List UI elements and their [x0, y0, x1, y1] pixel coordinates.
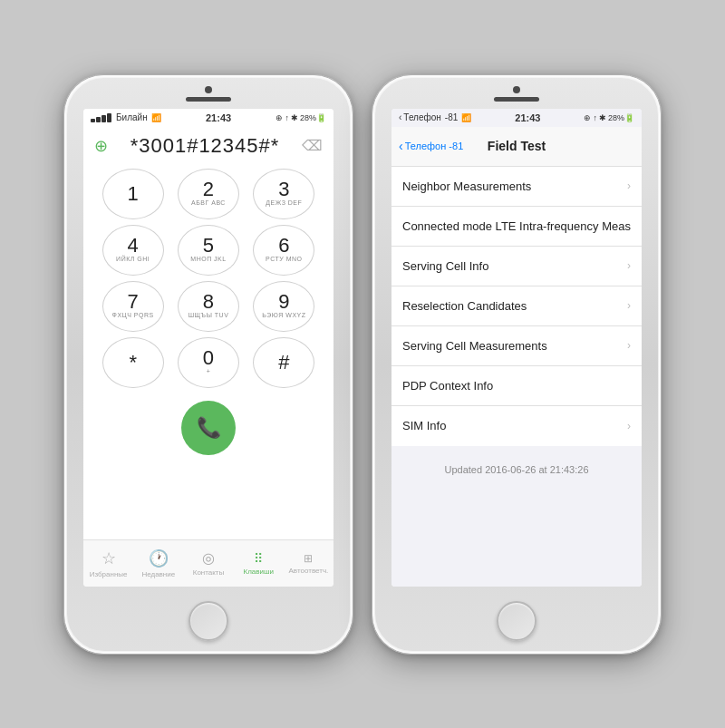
iphone-fieldtest: ‹ Телефон -81 📶 21:43 ⊕ ↑ ✱ 28%🔋 ‹ Телеф… [372, 74, 662, 655]
list-row-connected[interactable]: Connected mode LTE Intra-frequency Meas [392, 207, 642, 247]
tab-bar: ☆ Избранные 🕐 Недавние ◎ Контакты ⠿ Клав… [83, 539, 334, 587]
tab-favorites[interactable]: ☆ Избранные [83, 548, 133, 578]
key-2[interactable]: 2 АБВГ АВС [178, 169, 239, 219]
signal-bars [91, 113, 111, 122]
tab-favorites-label: Избранные [90, 570, 128, 578]
dialer-time: 21:43 [206, 112, 231, 123]
key-7-num: 7 [128, 292, 139, 312]
chevron-icon-2: › [627, 259, 631, 272]
call-button[interactable]: 📞 [181, 401, 236, 455]
nav-back-button[interactable]: ‹ Телефон -81 [399, 139, 463, 153]
key-7-letters: ФХЦЧ PQRS [112, 312, 154, 319]
key-5-num: 5 [203, 236, 214, 256]
key-3[interactable]: 3 ДЕЖЗ DEF [253, 169, 314, 219]
add-contact-icon[interactable]: ⊕ [94, 136, 108, 156]
key-hash[interactable]: # [253, 337, 314, 388]
ft-battery: 28%🔋 [608, 113, 634, 122]
bar4 [107, 113, 111, 122]
power-button-right[interactable] [661, 229, 662, 287]
voicemail-icon: ⊞ [304, 552, 313, 565]
list-row-serving-cell-meas[interactable]: Serving Cell Measurements › [392, 326, 642, 366]
key-0-num: 0 [203, 348, 214, 368]
list-row-serving-cell-info[interactable]: Serving Cell Info › [392, 247, 642, 286]
delete-icon[interactable]: ⌫ [302, 137, 323, 154]
list-row-neighbor[interactable]: Neighbor Measurements › [392, 167, 642, 207]
nav-back-label: Телефон -81 [405, 141, 464, 151]
key-9-num: 9 [278, 292, 289, 312]
key-0-letters: + [207, 368, 211, 375]
tab-recents[interactable]: 🕐 Недавние [133, 548, 183, 578]
key-9[interactable]: 9 ЬЭЮЯ WXYZ [253, 281, 314, 332]
key-4-num: 4 [128, 236, 139, 256]
battery: 28%🔋 [300, 113, 326, 122]
field-test-list: Neighbor Measurements › Connected mode L… [392, 167, 642, 587]
ft-arrow-icon: ↑ [593, 113, 597, 122]
list-item-reselection: Reselection Candidates [402, 299, 627, 313]
tab-keypad[interactable]: ⠿ Клавиши [234, 551, 284, 576]
key-8-letters: ШЩЪЫ TUV [188, 312, 229, 319]
list-item-connected: Connected mode LTE Intra-frequency Meas [402, 219, 631, 233]
arrow-icon: ↑ [285, 113, 289, 122]
ft-bluetooth-icon: ✱ [599, 113, 606, 122]
key-8[interactable]: 8 ШЩЪЫ TUV [178, 281, 239, 332]
home-button-left[interactable] [188, 601, 228, 641]
location-icon: ⊕ [276, 113, 283, 122]
fieldtest-screen: ‹ Телефон -81 📶 21:43 ⊕ ↑ ✱ 28%🔋 ‹ Телеф… [392, 109, 642, 587]
dial-display: ⊕ *3001#12345#* ⌫ [83, 127, 334, 165]
volume-up-button[interactable] [63, 218, 64, 262]
volume-down-button[interactable] [63, 271, 64, 315]
carrier-name: Билайн [116, 112, 148, 122]
contacts-icon: ◎ [202, 549, 215, 567]
scene: Билайн 📶 21:43 ⊕ ↑ ✱ 28%🔋 ⊕ *3001#12345#… [63, 74, 662, 655]
camera [205, 86, 212, 93]
list-row-pdp[interactable]: PDP Context Info [392, 366, 642, 406]
dialer-content: ⊕ *3001#12345#* ⌫ 1 2 АБВГ АВС [83, 127, 334, 539]
key-7[interactable]: 7 ФХЦЧ PQRS [102, 281, 164, 332]
list-section: Neighbor Measurements › Connected mode L… [392, 167, 642, 446]
iphone-dialer: Билайн 📶 21:43 ⊕ ↑ ✱ 28%🔋 ⊕ *3001#12345#… [63, 74, 353, 655]
key-0[interactable]: 0 + [178, 337, 239, 388]
field-nav: ‹ Телефон -81 Field Test [392, 127, 642, 167]
key-3-letters: ДЕЖЗ DEF [266, 199, 302, 207]
key-hash-num: # [278, 353, 289, 373]
dialer-screen: Билайн 📶 21:43 ⊕ ↑ ✱ 28%🔋 ⊕ *3001#12345#… [83, 109, 334, 587]
list-item-serving-cell-info: Serving Cell Info [402, 259, 627, 273]
tab-keypad-label: Клавиши [244, 568, 274, 576]
key-star[interactable]: * [102, 337, 164, 388]
key-5[interactable]: 5 МНОП JKL [178, 225, 239, 276]
key-6[interactable]: 6 РСТУ MNO [253, 225, 314, 276]
keypad-icon: ⠿ [254, 551, 263, 566]
iphone-top-right [372, 75, 661, 102]
volume-down-button-right[interactable] [372, 271, 372, 315]
tab-contacts[interactable]: ◎ Контакты [183, 549, 233, 577]
list-item-neighbor: Neighbor Measurements [402, 180, 627, 193]
wifi-icon: 📶 [151, 113, 161, 122]
ft-location-icon: ⊕ [584, 113, 591, 122]
dialer-status-bar: Билайн 📶 21:43 ⊕ ↑ ✱ 28%🔋 [83, 109, 334, 127]
tab-voicemail[interactable]: ⊞ Автоответч. [284, 552, 334, 575]
key-4[interactable]: 4 ИЙКЛ GHI [102, 225, 164, 276]
status-left: Билайн 📶 [91, 112, 161, 122]
ft-status-left: ‹ Телефон -81 📶 [399, 112, 471, 122]
field-footer: Updated 2016-06-26 at 21:43:26 [392, 446, 642, 486]
fieldtest-status-bar: ‹ Телефон -81 📶 21:43 ⊕ ↑ ✱ 28%🔋 [392, 109, 642, 127]
list-row-reselection[interactable]: Reselection Candidates › [392, 286, 642, 326]
field-test-title: Field Test [488, 139, 546, 153]
mute-button-right[interactable] [372, 184, 372, 209]
volume-up-button-right[interactable] [372, 218, 372, 262]
speaker [186, 97, 231, 102]
chevron-icon-3: › [627, 299, 631, 312]
tab-contacts-label: Контакты [193, 568, 225, 577]
key-1[interactable]: 1 [102, 169, 164, 219]
call-button-container: 📞 [83, 392, 334, 462]
ft-time: 21:43 [515, 112, 540, 123]
status-right: ⊕ ↑ ✱ 28%🔋 [276, 113, 326, 122]
home-button-right[interactable] [497, 601, 536, 641]
key-8-num: 8 [203, 292, 214, 312]
key-1-num: 1 [128, 184, 139, 204]
tab-voicemail-label: Автоответч. [289, 567, 329, 575]
list-row-sim[interactable]: SIM Info › [392, 406, 642, 446]
key-star-num: * [129, 353, 137, 373]
power-button[interactable] [353, 229, 353, 287]
mute-button[interactable] [63, 184, 64, 209]
